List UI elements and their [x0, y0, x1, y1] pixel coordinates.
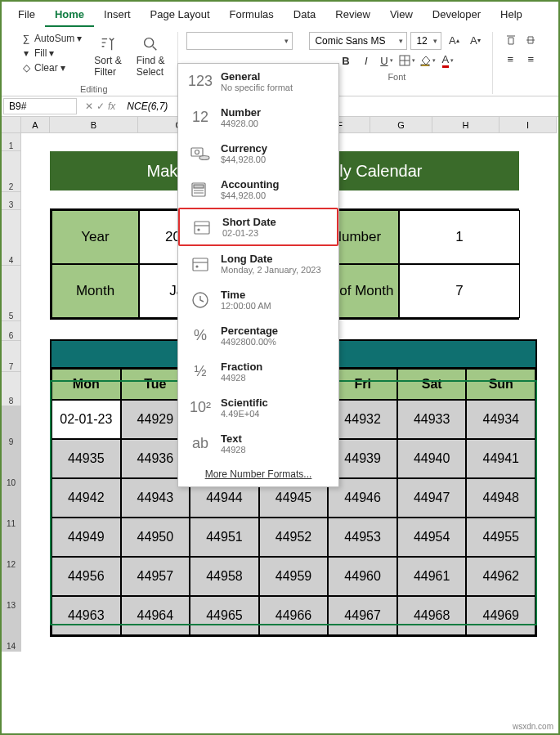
enter-formula-icon[interactable]: ✓ — [96, 101, 105, 112]
calendar-cell[interactable]: 02-01-23 — [52, 400, 121, 439]
calendar-cell[interactable]: 44963 — [52, 596, 121, 635]
format-option-fraction[interactable]: ½Fraction44928 — [178, 354, 338, 390]
calendar-cell[interactable]: 44934 — [466, 400, 535, 439]
calendar-cell[interactable]: 44960 — [328, 557, 397, 596]
calendar-cell[interactable]: 44942 — [52, 478, 121, 518]
col-G[interactable]: G — [370, 117, 432, 133]
align-center-button[interactable]: ≡ — [522, 51, 540, 67]
calendar-cell[interactable]: 44950 — [121, 518, 190, 557]
cancel-formula-icon[interactable]: ✕ — [85, 101, 93, 112]
col-B[interactable]: B — [50, 117, 138, 133]
tab-review[interactable]: Review — [325, 5, 380, 27]
format-option-number[interactable]: 12Number44928.00 — [178, 100, 338, 136]
decrease-font-button[interactable]: A▾ — [466, 32, 484, 48]
calendar-cell[interactable]: 44961 — [397, 557, 467, 596]
increase-font-button[interactable]: A▴ — [445, 32, 463, 48]
fill-button[interactable]: ▾Fill ▾ — [18, 47, 84, 60]
calendar-cell[interactable]: 44955 — [466, 518, 535, 557]
calendar-cell[interactable]: 44967 — [328, 596, 397, 635]
format-title: General — [221, 70, 293, 83]
sort-filter-button[interactable]: Sort & Filter — [89, 32, 126, 81]
italic-button[interactable]: I — [357, 52, 375, 69]
row-4[interactable]: 4 — [2, 210, 21, 266]
tab-pagelayout[interactable]: Page Layout — [141, 5, 220, 27]
calendar-cell[interactable]: 44949 — [52, 518, 121, 557]
weeknum-value[interactable]: 1 — [399, 210, 520, 264]
format-option-time[interactable]: Time12:00:00 AM — [178, 282, 338, 318]
format-option-long-date[interactable]: Long DateMonday, 2 January, 2023 — [178, 246, 338, 282]
borders-button[interactable] — [398, 52, 416, 69]
tab-home[interactable]: Home — [45, 5, 94, 27]
calendar-cell[interactable]: 44953 — [328, 518, 397, 557]
font-size-dropdown[interactable]: 12 — [410, 32, 441, 50]
select-all-triangle[interactable] — [2, 117, 21, 133]
calendar-cell[interactable]: 44958 — [190, 557, 259, 596]
row-8[interactable]: 8 — [2, 372, 21, 406]
calendar-cell[interactable]: 44968 — [397, 596, 467, 635]
format-option-currency[interactable]: Currency$44,928.00 — [178, 136, 338, 172]
tab-developer[interactable]: Developer — [423, 5, 491, 27]
align-top-button[interactable] — [502, 32, 520, 48]
font-color-button[interactable]: A — [439, 52, 457, 69]
format-option-percentage[interactable]: %Percentage4492800.00% — [178, 318, 338, 354]
calendar-cell[interactable]: 44951 — [190, 518, 259, 557]
row-9[interactable]: 9 — [2, 406, 21, 447]
find-select-button[interactable]: Find & Select — [132, 32, 170, 81]
col-H[interactable]: H — [432, 117, 500, 133]
row-10[interactable]: 10 — [2, 447, 21, 488]
format-option-short-date[interactable]: Short Date02-01-23 — [178, 208, 338, 246]
calendar-cell[interactable]: 44964 — [121, 596, 190, 635]
align-left-button[interactable]: ≡ — [501, 51, 519, 67]
row-6[interactable]: 6 — [2, 321, 21, 341]
autosum-button[interactable]: ∑AutoSum ▾ — [18, 32, 84, 45]
clear-button[interactable]: ◇Clear ▾ — [18, 61, 84, 74]
calendar-cell[interactable]: 44940 — [397, 439, 467, 478]
calendar-cell[interactable]: 44959 — [259, 557, 329, 596]
row-12[interactable]: 12 — [2, 529, 21, 570]
calendar-cell[interactable]: 44947 — [397, 478, 467, 518]
calendar-cell[interactable]: 44952 — [259, 518, 329, 557]
calendar-cell[interactable]: 44962 — [466, 557, 535, 596]
row-1[interactable]: 1 — [2, 133, 21, 151]
more-number-formats[interactable]: More Number Formats... — [178, 462, 338, 486]
row-2[interactable]: 2 — [2, 151, 21, 192]
row-11[interactable]: 11 — [2, 488, 21, 529]
calendar-cell[interactable]: 44957 — [121, 557, 190, 596]
fx-icon[interactable]: fx — [108, 101, 115, 112]
col-I[interactable]: I — [500, 117, 557, 133]
calendar-cell[interactable]: 44948 — [466, 478, 535, 518]
calendar-cell[interactable]: 44933 — [397, 400, 467, 439]
fill-color-button[interactable] — [419, 52, 437, 69]
row-13[interactable]: 13 — [2, 570, 21, 611]
tab-insert[interactable]: Insert — [94, 5, 141, 27]
bold-button[interactable]: B — [337, 52, 355, 69]
format-option-text[interactable]: abText44928 — [178, 426, 338, 462]
format-option-scientific[interactable]: 10²Scientific4.49E+04 — [178, 390, 338, 426]
tab-data[interactable]: Data — [284, 5, 325, 27]
col-A[interactable]: A — [21, 117, 50, 133]
calendar-cell[interactable]: 44966 — [259, 596, 329, 635]
format-option-accounting[interactable]: Accounting$44,928.00 — [178, 172, 338, 208]
tab-view[interactable]: View — [380, 5, 423, 27]
calendar-cell[interactable]: 44935 — [52, 439, 121, 478]
tab-help[interactable]: Help — [491, 5, 532, 27]
format-option-general[interactable]: 123GeneralNo specific format — [178, 64, 338, 100]
row-3[interactable]: 3 — [2, 192, 21, 210]
calendar-cell[interactable]: 44969 — [466, 596, 535, 635]
format-sample: 02-01-23 — [222, 228, 276, 238]
underline-button[interactable]: U — [378, 52, 396, 69]
calendar-cell[interactable]: 44956 — [52, 557, 121, 596]
firstday-value[interactable]: 7 — [399, 264, 520, 318]
tab-formulas[interactable]: Formulas — [220, 5, 284, 27]
number-format-dropdown[interactable] — [186, 32, 293, 50]
calendar-cell[interactable]: 44965 — [190, 596, 259, 635]
calendar-cell[interactable]: 44954 — [397, 518, 467, 557]
name-box[interactable] — [3, 98, 77, 114]
font-name-dropdown[interactable]: Comic Sans MS — [309, 32, 407, 50]
row-14[interactable]: 14 — [2, 611, 21, 652]
calendar-cell[interactable]: 44941 — [466, 439, 535, 478]
row-5[interactable]: 5 — [2, 266, 21, 321]
align-middle-button[interactable] — [522, 32, 540, 48]
row-7[interactable]: 7 — [2, 341, 21, 372]
tab-file[interactable]: File — [8, 5, 45, 27]
